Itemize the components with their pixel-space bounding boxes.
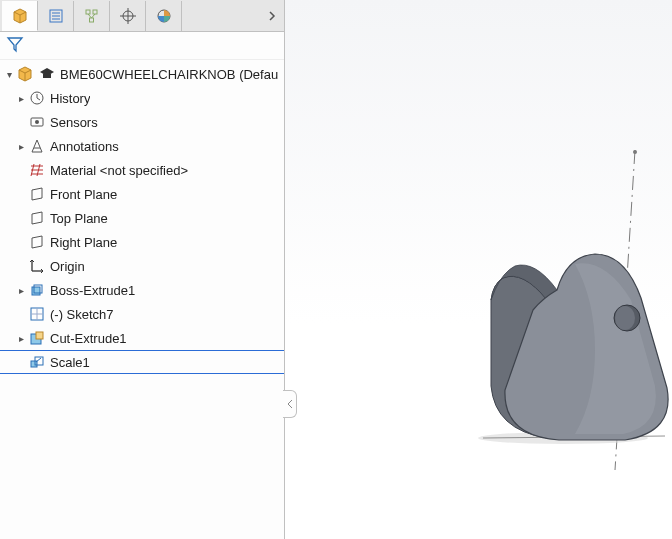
cut-extrude-icon [28, 329, 46, 347]
tree-label: History [50, 91, 90, 106]
sketch-icon [28, 305, 46, 323]
tree-node-boss-extrude1[interactable]: ▸ Boss-Extrude1 [0, 278, 284, 302]
panel-expand-chevron[interactable] [262, 1, 282, 31]
svg-rect-8 [89, 18, 93, 22]
sensors-icon [28, 113, 46, 131]
feature-tree: ▾ BME60CWHEELCHAIRKNOB (Defau ▸ History … [0, 60, 284, 539]
tree-node-right-plane[interactable]: ▸ Right Plane [0, 230, 284, 254]
tree-label: Front Plane [50, 187, 117, 202]
svg-point-50 [615, 306, 635, 330]
part-icon [16, 65, 34, 83]
tree-node-cut-extrude1[interactable]: ▸ Cut-Extrude1 [0, 326, 284, 350]
panel-tabstrip [0, 0, 284, 32]
chevron-left-icon [287, 399, 293, 409]
panel-splitter-handle[interactable] [283, 390, 297, 418]
svg-rect-35 [32, 287, 40, 295]
material-icon [28, 161, 46, 179]
svg-line-9 [88, 14, 92, 18]
tree-label: Boss-Extrude1 [50, 283, 135, 298]
caret-right-icon[interactable]: ▸ [14, 333, 28, 344]
tree-label: Annotations [50, 139, 119, 154]
caret-down-icon[interactable]: ▾ [2, 69, 16, 80]
feature-manager-panel: ▾ BME60CWHEELCHAIRKNOB (Defau ▸ History … [0, 0, 285, 539]
svg-marker-30 [32, 188, 42, 200]
target-icon [119, 7, 137, 25]
tab-dimxpert[interactable] [110, 1, 146, 31]
svg-line-10 [91, 14, 95, 18]
tree-node-material[interactable]: ▸ Material <not specified> [0, 158, 284, 182]
list-icon [47, 7, 65, 25]
part-model-render [455, 140, 672, 480]
chevron-right-icon [267, 11, 277, 21]
tree-label: (-) Sketch7 [50, 307, 114, 322]
svg-marker-23 [32, 140, 42, 152]
graduation-cap-icon [38, 65, 56, 83]
svg-marker-15 [8, 38, 22, 51]
tab-property-manager[interactable] [38, 1, 74, 31]
scale-icon [28, 353, 46, 371]
tree-label: Top Plane [50, 211, 108, 226]
tree-node-history[interactable]: ▸ History [0, 86, 284, 110]
tree-label: Material <not specified> [50, 163, 188, 178]
cube-icon [11, 7, 29, 25]
tree-label: Scale1 [50, 355, 90, 370]
svg-marker-31 [32, 212, 42, 224]
svg-point-46 [633, 150, 637, 154]
svg-rect-41 [36, 332, 43, 339]
caret-right-icon[interactable]: ▸ [14, 285, 28, 296]
appearance-icon [155, 7, 173, 25]
tree-root-label: BME60CWHEELCHAIRKNOB (Defau [60, 67, 278, 82]
origin-icon [28, 257, 46, 275]
caret-right-icon[interactable]: ▸ [14, 141, 28, 152]
caret-right-icon[interactable]: ▸ [14, 93, 28, 104]
plane-icon [28, 209, 46, 227]
tree-label: Sensors [50, 115, 98, 130]
tree-label: Right Plane [50, 235, 117, 250]
tree-node-origin[interactable]: ▸ Origin [0, 254, 284, 278]
tab-configuration-manager[interactable] [74, 1, 110, 31]
tree-label: Cut-Extrude1 [50, 331, 127, 346]
svg-rect-6 [86, 10, 90, 14]
graphics-viewport[interactable] [285, 0, 672, 539]
tree-node-sensors[interactable]: ▸ Sensors [0, 110, 284, 134]
tree-filter-bar [0, 32, 284, 60]
svg-rect-19 [43, 74, 51, 78]
tree-root-part[interactable]: ▾ BME60CWHEELCHAIRKNOB (Defau [0, 62, 284, 86]
history-icon [28, 89, 46, 107]
tab-feature-tree[interactable] [2, 1, 38, 31]
tab-display-manager[interactable] [146, 1, 182, 31]
plane-icon [28, 233, 46, 251]
svg-line-44 [36, 358, 41, 362]
annotations-icon [28, 137, 46, 155]
plane-icon [28, 185, 46, 203]
tree-node-top-plane[interactable]: ▸ Top Plane [0, 206, 284, 230]
tree-node-scale1[interactable]: ▸ Scale1 [0, 350, 284, 374]
svg-rect-7 [93, 10, 97, 14]
tree-node-front-plane[interactable]: ▸ Front Plane [0, 182, 284, 206]
svg-point-22 [35, 120, 39, 124]
tree-node-sketch7[interactable]: ▸ (-) Sketch7 [0, 302, 284, 326]
tree-icon [83, 7, 101, 25]
filter-icon[interactable] [6, 35, 24, 56]
tree-label: Origin [50, 259, 85, 274]
boss-extrude-icon [28, 281, 46, 299]
svg-marker-32 [32, 236, 42, 248]
tree-node-annotations[interactable]: ▸ Annotations [0, 134, 284, 158]
